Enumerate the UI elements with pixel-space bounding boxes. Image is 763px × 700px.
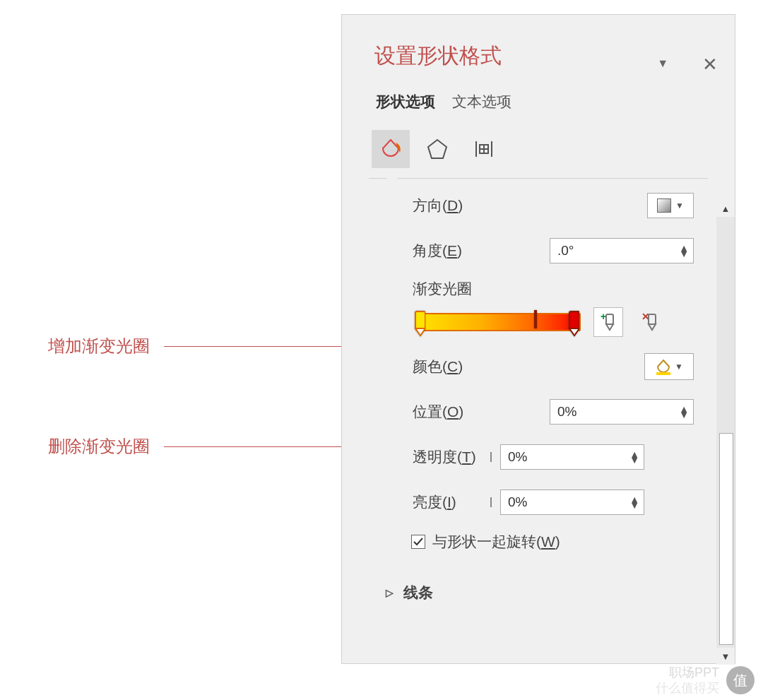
svg-rect-6 (534, 310, 537, 328)
spin-down-icon[interactable]: ▼ (679, 251, 689, 256)
gradient-slider[interactable] (415, 313, 581, 331)
fill-and-line-icon[interactable] (372, 130, 410, 168)
size-properties-icon[interactable] (465, 130, 503, 168)
delete-gradient-stop-button[interactable]: ✕ (636, 307, 666, 337)
svg-marker-8 (569, 328, 579, 336)
position-label: 位置(O) (355, 402, 489, 422)
svg-rect-7 (569, 312, 579, 328)
scroll-thumb[interactable] (719, 433, 733, 645)
gradient-stop[interactable] (414, 310, 425, 336)
rotate-with-shape-checkbox[interactable] (411, 535, 425, 549)
vertical-scrollbar[interactable]: ▲ ▼ (716, 200, 735, 665)
spin-down-icon[interactable]: ▼ (679, 412, 689, 417)
gradient-stop[interactable] (568, 310, 579, 336)
angle-label: 角度(E) (355, 241, 489, 261)
annotation-add-stop: 增加渐变光圈 (48, 335, 150, 357)
line-section-header[interactable]: ▷ 线条 (355, 552, 726, 603)
watermark: 职场PPT 什么值得买 值 (656, 665, 755, 696)
color-dropdown[interactable]: ▼ (644, 353, 694, 380)
panel-title: 设置形状格式 (342, 15, 735, 71)
panel-menu-icon[interactable]: ▼ (657, 57, 668, 70)
effects-icon[interactable] (418, 130, 456, 168)
spin-down-icon[interactable]: ▼ (629, 457, 639, 463)
brightness-input[interactable]: 0% ▲▼ (500, 490, 644, 515)
add-gradient-stop-button[interactable]: + (593, 307, 623, 337)
svg-text:+: + (601, 312, 606, 322)
svg-rect-15 (656, 372, 670, 375)
scroll-up-icon[interactable]: ▲ (716, 200, 735, 217)
close-icon[interactable]: ✕ (702, 54, 718, 76)
transparency-label: 透明度(T) (355, 447, 485, 467)
transparency-input[interactable]: 0% ▲▼ (500, 444, 644, 470)
scroll-down-icon[interactable]: ▼ (716, 648, 735, 665)
gradient-stop[interactable] (530, 310, 541, 336)
slider-tick[interactable] (490, 452, 492, 462)
position-input[interactable]: 0% ▲▼ (550, 399, 694, 425)
gradient-stops-label: 渐变光圈 (355, 273, 726, 307)
watermark-logo-icon: 值 (726, 666, 755, 694)
angle-input[interactable]: .0° ▲▼ (550, 238, 694, 263)
direction-dropdown[interactable]: ▼ (647, 193, 694, 218)
expand-triangle-icon: ▷ (386, 587, 394, 598)
annotation-delete-stop: 删除渐变光圈 (48, 435, 150, 458)
rotate-with-shape-label: 与形状一起旋转(W) (432, 532, 560, 552)
color-label: 颜色(C) (355, 357, 489, 376)
svg-marker-11 (606, 324, 613, 330)
svg-rect-10 (606, 314, 613, 324)
slider-tick[interactable] (490, 497, 492, 507)
brightness-label: 亮度(I) (355, 492, 485, 512)
direction-label: 方向(D) (355, 196, 489, 215)
spin-down-icon[interactable]: ▼ (629, 502, 639, 508)
svg-marker-5 (415, 328, 425, 336)
svg-marker-14 (649, 324, 656, 330)
tab-shape-options[interactable]: 形状选项 (376, 92, 435, 112)
svg-marker-0 (428, 140, 446, 158)
tab-text-options[interactable]: 文本选项 (452, 92, 511, 112)
format-shape-panel: 设置形状格式 ▼ ✕ 形状选项 文本选项 方向(D) ▼ 角度 (341, 14, 735, 664)
svg-rect-4 (415, 312, 425, 328)
